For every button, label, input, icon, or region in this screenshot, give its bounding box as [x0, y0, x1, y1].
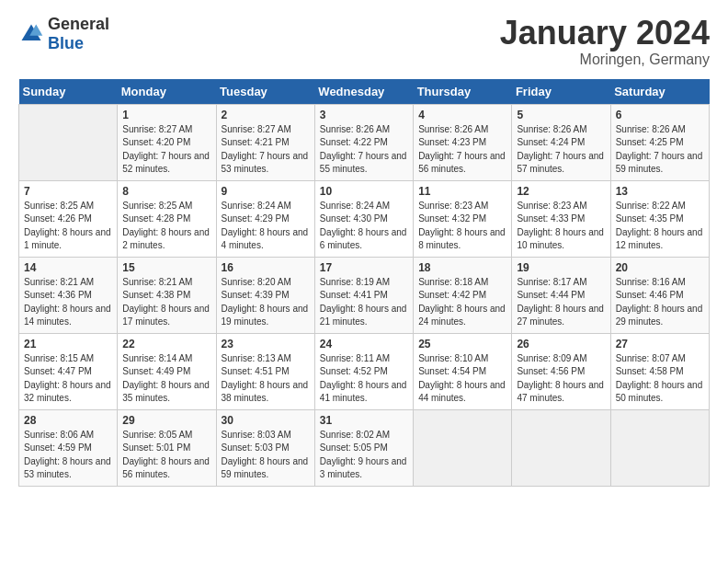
day-info: Sunrise: 8:23 AMSunset: 4:32 PMDaylight:…: [418, 201, 506, 251]
day-number: 16: [222, 261, 310, 274]
calendar-cell: 15Sunrise: 8:21 AMSunset: 4:38 PMDayligh…: [118, 257, 216, 333]
calendar-cell: 27Sunrise: 8:07 AMSunset: 4:58 PMDayligh…: [610, 333, 709, 409]
day-number: 14: [24, 261, 112, 274]
day-header-thursday: Thursday: [414, 79, 512, 105]
day-info: Sunrise: 8:19 AMSunset: 4:41 PMDaylight:…: [320, 277, 407, 327]
day-info: Sunrise: 8:17 AMSunset: 4:44 PMDaylight:…: [517, 277, 604, 327]
calendar-cell: 22Sunrise: 8:14 AMSunset: 4:49 PMDayligh…: [118, 333, 216, 409]
day-header-sunday: Sunday: [19, 79, 118, 105]
day-number: 28: [24, 414, 112, 427]
calendar-cell: 26Sunrise: 8:09 AMSunset: 4:56 PMDayligh…: [512, 333, 610, 409]
day-number: 19: [517, 261, 605, 274]
day-number: 24: [320, 338, 408, 350]
day-number: 26: [517, 338, 605, 350]
title-section: January 2024 Moringen, Germany: [500, 15, 710, 68]
day-number: 12: [517, 185, 605, 198]
day-info: Sunrise: 8:23 AMSunset: 4:33 PMDaylight:…: [517, 201, 604, 251]
day-info: Sunrise: 8:25 AMSunset: 4:26 PMDaylight:…: [24, 201, 111, 251]
day-info: Sunrise: 8:27 AMSunset: 4:21 PMDaylight:…: [222, 124, 309, 175]
calendar-cell: 11Sunrise: 8:23 AMSunset: 4:32 PMDayligh…: [414, 180, 512, 257]
day-info: Sunrise: 8:26 AMSunset: 4:23 PMDaylight:…: [418, 124, 506, 175]
day-header-saturday: Saturday: [610, 79, 709, 105]
day-number: 3: [320, 109, 408, 121]
day-info: Sunrise: 8:26 AMSunset: 4:24 PMDaylight:…: [517, 124, 604, 175]
calendar-cell: 30Sunrise: 8:03 AMSunset: 5:03 PMDayligh…: [216, 409, 314, 486]
day-info: Sunrise: 8:20 AMSunset: 4:39 PMDaylight:…: [222, 277, 309, 327]
day-number: 10: [320, 185, 408, 198]
calendar-cell: 19Sunrise: 8:17 AMSunset: 4:44 PMDayligh…: [512, 257, 610, 333]
calendar-cell: 18Sunrise: 8:18 AMSunset: 4:42 PMDayligh…: [414, 257, 512, 333]
calendar-cell: 20Sunrise: 8:16 AMSunset: 4:46 PMDayligh…: [610, 257, 709, 333]
calendar-cell: 3Sunrise: 8:26 AMSunset: 4:22 PMDaylight…: [314, 104, 413, 180]
day-number: 21: [24, 338, 112, 350]
day-header-wednesday: Wednesday: [314, 79, 413, 105]
day-number: 31: [320, 414, 408, 427]
calendar-cell: [414, 409, 512, 486]
day-number: 25: [418, 338, 506, 350]
calendar-cell: 5Sunrise: 8:26 AMSunset: 4:24 PMDaylight…: [512, 104, 610, 180]
calendar-cell: 1Sunrise: 8:27 AMSunset: 4:20 PMDaylight…: [118, 104, 216, 180]
month-title: January 2024: [500, 15, 710, 52]
day-number: 17: [320, 261, 408, 274]
logo: General Blue: [18, 15, 109, 53]
day-number: 7: [24, 185, 112, 198]
day-number: 4: [418, 109, 506, 121]
day-info: Sunrise: 8:02 AMSunset: 5:05 PMDaylight:…: [320, 430, 407, 480]
day-header-monday: Monday: [118, 79, 216, 105]
day-info: Sunrise: 8:10 AMSunset: 4:54 PMDaylight:…: [418, 353, 506, 404]
day-info: Sunrise: 8:25 AMSunset: 4:28 PMDaylight:…: [122, 201, 210, 251]
day-number: 9: [222, 185, 310, 198]
day-info: Sunrise: 8:22 AMSunset: 4:35 PMDaylight:…: [616, 201, 703, 251]
day-info: Sunrise: 8:14 AMSunset: 4:49 PMDaylight:…: [122, 353, 210, 404]
day-info: Sunrise: 8:21 AMSunset: 4:38 PMDaylight:…: [122, 277, 210, 327]
day-number: 2: [222, 109, 310, 121]
day-number: 13: [616, 185, 704, 198]
day-number: 18: [418, 261, 506, 274]
calendar-week-row: 7Sunrise: 8:25 AMSunset: 4:26 PMDaylight…: [19, 180, 710, 257]
day-number: 5: [517, 109, 605, 121]
calendar-week-row: 14Sunrise: 8:21 AMSunset: 4:36 PMDayligh…: [19, 257, 710, 333]
calendar-cell: 25Sunrise: 8:10 AMSunset: 4:54 PMDayligh…: [414, 333, 512, 409]
day-number: 6: [616, 109, 704, 121]
day-number: 11: [418, 185, 506, 198]
calendar-cell: 17Sunrise: 8:19 AMSunset: 4:41 PMDayligh…: [314, 257, 413, 333]
day-info: Sunrise: 8:24 AMSunset: 4:29 PMDaylight:…: [222, 201, 309, 251]
day-number: 20: [616, 261, 704, 274]
calendar-cell: 29Sunrise: 8:05 AMSunset: 5:01 PMDayligh…: [118, 409, 216, 486]
calendar-cell: 14Sunrise: 8:21 AMSunset: 4:36 PMDayligh…: [19, 257, 118, 333]
day-info: Sunrise: 8:06 AMSunset: 4:59 PMDaylight:…: [24, 430, 111, 480]
logo-icon: [18, 21, 44, 47]
calendar-cell: 23Sunrise: 8:13 AMSunset: 4:51 PMDayligh…: [216, 333, 314, 409]
day-info: Sunrise: 8:26 AMSunset: 4:22 PMDaylight:…: [320, 124, 407, 175]
day-number: 22: [122, 338, 210, 350]
day-info: Sunrise: 8:11 AMSunset: 4:52 PMDaylight:…: [320, 353, 407, 404]
day-number: 1: [122, 109, 210, 121]
day-number: 30: [222, 414, 310, 427]
calendar-cell: 13Sunrise: 8:22 AMSunset: 4:35 PMDayligh…: [610, 180, 709, 257]
location: Moringen, Germany: [500, 52, 710, 68]
day-info: Sunrise: 8:26 AMSunset: 4:25 PMDaylight:…: [616, 124, 703, 175]
logo-general: General: [48, 15, 109, 33]
day-info: Sunrise: 8:07 AMSunset: 4:58 PMDaylight:…: [616, 353, 703, 404]
calendar-header-row: SundayMondayTuesdayWednesdayThursdayFrid…: [19, 79, 710, 105]
calendar-table: SundayMondayTuesdayWednesdayThursdayFrid…: [18, 79, 710, 487]
day-info: Sunrise: 8:16 AMSunset: 4:46 PMDaylight:…: [616, 277, 703, 327]
day-info: Sunrise: 8:24 AMSunset: 4:30 PMDaylight:…: [320, 201, 407, 251]
calendar-cell: [610, 409, 709, 486]
page-header: General Blue January 2024 Moringen, Germ…: [18, 15, 710, 68]
calendar-cell: 9Sunrise: 8:24 AMSunset: 4:29 PMDaylight…: [216, 180, 314, 257]
day-info: Sunrise: 8:27 AMSunset: 4:20 PMDaylight:…: [122, 124, 210, 175]
calendar-cell: 21Sunrise: 8:15 AMSunset: 4:47 PMDayligh…: [19, 333, 118, 409]
day-number: 8: [122, 185, 210, 198]
day-info: Sunrise: 8:13 AMSunset: 4:51 PMDaylight:…: [222, 353, 309, 404]
calendar-week-row: 21Sunrise: 8:15 AMSunset: 4:47 PMDayligh…: [19, 333, 710, 409]
calendar-cell: [19, 104, 118, 180]
calendar-cell: 10Sunrise: 8:24 AMSunset: 4:30 PMDayligh…: [314, 180, 413, 257]
calendar-week-row: 28Sunrise: 8:06 AMSunset: 4:59 PMDayligh…: [19, 409, 710, 486]
calendar-cell: 8Sunrise: 8:25 AMSunset: 4:28 PMDaylight…: [118, 180, 216, 257]
day-number: 27: [616, 338, 704, 350]
day-info: Sunrise: 8:05 AMSunset: 5:01 PMDaylight:…: [122, 430, 210, 480]
day-number: 23: [222, 338, 310, 350]
day-number: 15: [122, 261, 210, 274]
day-header-tuesday: Tuesday: [216, 79, 314, 105]
